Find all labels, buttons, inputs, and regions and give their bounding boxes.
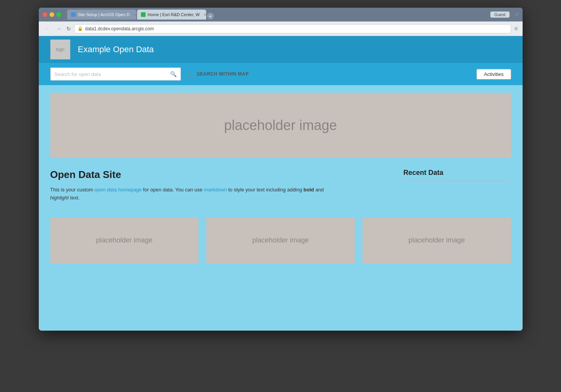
small-placeholders-row: placeholder image placeholder image plac… — [50, 217, 511, 264]
browser-menu-icon[interactable]: ≡ — [514, 25, 518, 32]
browser-window: Site Setup | ArcGIS Open D ✕ Home | Esri… — [39, 8, 523, 331]
markdown-link[interactable]: markdown — [204, 187, 227, 193]
tab-label: Home | Esri R&D Center, W — [148, 12, 200, 17]
right-column: Recent Data — [404, 169, 511, 202]
address-bar: ← → ↻ 🔒 data1.dcdev.opendata.arcgis.com … — [39, 21, 523, 36]
hero-image: placeholder image — [50, 93, 511, 158]
logo-label: logo — [56, 47, 65, 52]
url-bar[interactable]: 🔒 data1.dcdev.opendata.arcgis.com — [74, 24, 511, 33]
description-text-4: and — [314, 187, 324, 193]
maximize-window-button[interactable] — [56, 12, 61, 17]
small-placeholder-2: placeholder image — [206, 217, 355, 264]
open-data-homepage-link[interactable]: open data homepage — [94, 187, 142, 193]
url-text: data1.dcdev.opendata.arcgis.com — [85, 26, 154, 31]
new-tab-button[interactable]: + — [207, 13, 214, 20]
refresh-button[interactable]: ↻ — [66, 26, 71, 32]
tab-label: Site Setup | ArcGIS Open D — [78, 12, 130, 17]
recent-data-title: Recent Data — [404, 169, 511, 177]
tab-home[interactable]: Home | Esri R&D Center, W ✕ — [137, 10, 206, 20]
small-placeholder-3: placeholder image — [362, 217, 511, 264]
search-icon: 🔍 — [170, 71, 177, 77]
tab-icon — [141, 12, 146, 17]
main-layout: Open Data Site This is your custom open … — [50, 169, 511, 202]
title-bar: Site Setup | ArcGIS Open D ✕ Home | Esri… — [39, 8, 523, 21]
logo: logo — [50, 40, 70, 59]
guest-button[interactable]: Guest — [490, 12, 509, 18]
search-bar-area: Search for open data 🔍 SEARCH WITHIN MAP… — [39, 63, 523, 85]
traffic-lights — [43, 12, 61, 17]
open-data-site-title: Open Data Site — [50, 169, 392, 181]
search-within-map-control[interactable]: SEARCH WITHIN MAP — [189, 71, 249, 77]
site-header: logo Example Open Data — [39, 36, 523, 63]
fullscreen-icon[interactable]: ⤢ — [515, 12, 519, 17]
small-placeholder-1: placeholder image — [50, 217, 199, 264]
site-title: Example Open Data — [78, 44, 154, 54]
italic-text: highlight — [50, 195, 69, 201]
lock-icon: 🔒 — [78, 26, 83, 31]
back-button[interactable]: ← — [43, 25, 52, 33]
tab-site-setup[interactable]: Site Setup | ArcGIS Open D ✕ — [67, 10, 136, 20]
description-paragraph: This is your custom open data homepage f… — [50, 186, 392, 202]
left-column: Open Data Site This is your custom open … — [50, 169, 392, 202]
minimize-window-button[interactable] — [50, 12, 54, 17]
description-text-1: This is your custom — [50, 187, 95, 193]
description-text-5: text. — [69, 195, 79, 201]
tabs-area: Site Setup | ArcGIS Open D ✕ Home | Esri… — [67, 10, 488, 20]
small-placeholder-text-2: placeholder image — [252, 236, 309, 244]
search-input-wrap[interactable]: Search for open data 🔍 — [50, 68, 181, 81]
search-within-map-label: SEARCH WITHIN MAP — [197, 71, 249, 77]
tab-close-button[interactable]: ✕ — [134, 13, 136, 17]
tab-close-button[interactable]: ✕ — [204, 13, 206, 17]
close-window-button[interactable] — [43, 12, 47, 17]
hero-placeholder-text: placeholder image — [224, 117, 337, 133]
tab-icon — [71, 12, 76, 17]
search-input-placeholder: Search for open data — [55, 71, 167, 77]
small-placeholder-text-3: placeholder image — [409, 236, 465, 244]
bold-text: bold — [303, 187, 314, 193]
forward-button[interactable]: → — [55, 25, 63, 33]
page-content: placeholder image Open Data Site This is… — [39, 85, 523, 331]
description-text-3: to style your text including adding — [227, 187, 303, 193]
activities-button[interactable]: Activities — [477, 69, 511, 79]
description-text-2: for open data. You can use — [142, 187, 204, 193]
search-within-map-checkbox[interactable] — [189, 71, 194, 77]
recent-data-divider — [404, 181, 511, 181]
small-placeholder-text-1: placeholder image — [96, 236, 152, 244]
